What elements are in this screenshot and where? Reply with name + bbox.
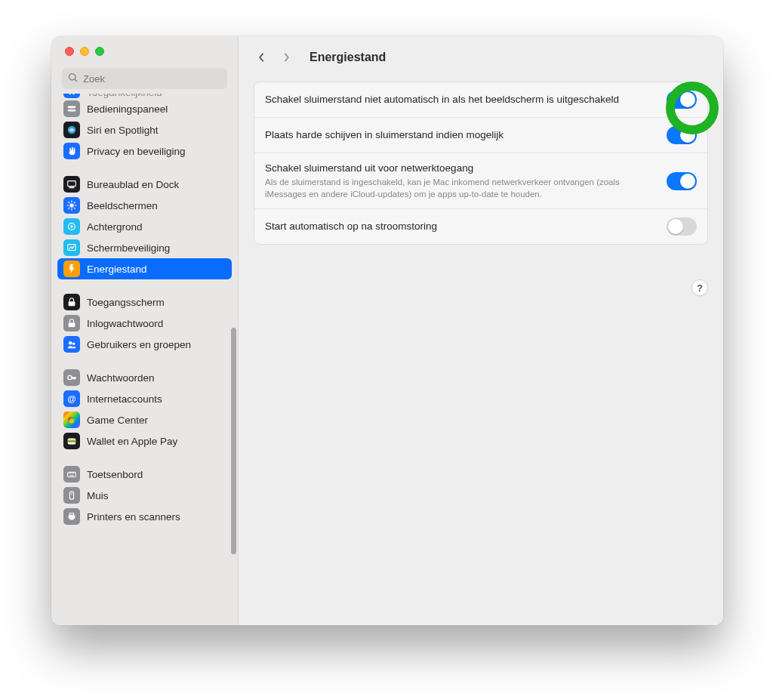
sidebar-item-achtergrond[interactable]: Achtergrond [57,216,232,237]
sidebar-item-schermbeveiliging[interactable]: Schermbeveiliging [57,237,232,258]
setting-toggle[interactable] [667,126,697,144]
sidebar-item-game-center[interactable]: Game Center [57,409,232,430]
sidebar-item-toegangsscherm[interactable]: Toegangsscherm [57,291,232,313]
svg-point-18 [69,419,74,424]
sidebar-item-label: Wachtwoorden [87,372,155,384]
svg-rect-10 [69,301,75,306]
svg-rect-11 [69,322,75,327]
displays-icon [63,197,80,214]
setting-title: Plaats harde schijven in sluimerstand in… [265,128,656,142]
page-title: Energiestand [310,51,386,64]
sidebar-item-beeldschermen[interactable]: Beeldschermen [57,195,232,216]
setting-toggle[interactable] [667,217,697,236]
sidebar-item-bedieningspaneel[interactable]: Bedieningspaneel [57,98,232,119]
dock-icon [63,176,80,193]
sidebar-item-wachtwoorden[interactable]: Wachtwoorden [57,367,232,388]
sidebar-item-label: Siri en Spotlight [87,125,159,136]
svg-rect-22 [68,472,76,476]
sidebar-scrollbar-thumb[interactable] [231,328,236,554]
sidebar-item-label: Energiestand [87,264,147,275]
printer-icon [63,508,80,525]
keyboard-icon [63,466,80,483]
sidebar-item-bureaublad-en-dock[interactable]: Bureaublad en Dock [57,174,232,195]
svg-point-8 [70,225,73,228]
svg-rect-4 [68,181,76,187]
accessibility-icon [63,94,80,98]
setting-row: Plaats harde schijven in sluimerstand in… [254,118,707,153]
svg-rect-1 [68,106,76,109]
svg-rect-20 [68,439,76,441]
search-icon [68,72,79,85]
back-button[interactable] [251,47,272,68]
sidebar-item-internetaccounts[interactable]: @Internetaccounts [57,388,232,409]
svg-rect-26 [69,513,73,516]
forward-button[interactable] [276,47,297,68]
key-icon [63,369,80,386]
control-center-icon [63,100,80,117]
sidebar-item-label: Internetaccounts [87,393,162,405]
gamecenter-icon [63,412,80,428]
sidebar-item-label: Toegangsscherm [87,297,165,308]
sidebar-item-label: Printers en scanners [87,511,180,523]
setting-description: Als de sluimerstand is ingeschakeld, kan… [265,177,627,200]
sidebar-item-privacy-en-beveiliging[interactable]: Privacy en beveiliging [57,140,232,162]
sidebar-item-label: Beeldschermen [87,200,158,211]
sidebar-item-label: Gebruikers en groepen [87,339,191,350]
svg-rect-21 [68,441,76,443]
svg-point-14 [68,375,72,379]
mouse-icon [63,487,80,504]
svg-text:@: @ [67,394,75,403]
svg-rect-27 [69,518,73,520]
svg-point-6 [69,203,73,207]
users-icon [63,336,80,353]
main-content: Energiestand Schakel sluimerstand niet a… [239,36,723,625]
screensaver-icon [63,239,80,256]
sidebar-item-inlogwachtwoord[interactable]: Inlogwachtwoord [57,313,232,334]
setting-title: Start automatisch op na stroomstoring [265,220,656,233]
sidebar-item-label: Muis [87,490,109,501]
sidebar-scroll-area[interactable]: ToegankelijkheidBedieningspaneelSiri en … [51,94,238,625]
setting-row: Start automatisch op na stroomstoring [254,209,707,244]
close-window-button[interactable] [65,47,74,56]
sidebar: ToegankelijkheidBedieningspaneelSiri en … [51,36,239,625]
settings-panel: Schakel sluimerstand niet automatisch in… [254,82,708,245]
svg-point-13 [72,342,75,345]
minimize-window-button[interactable] [80,47,89,56]
setting-toggle[interactable] [667,91,697,109]
sidebar-item-wallet-en-apple-pay[interactable]: Wallet en Apple Pay [57,430,232,452]
setting-row: Schakel sluimerstand niet automatisch in… [254,82,707,118]
help-button[interactable]: ? [691,279,708,296]
lock-icon [63,315,80,331]
sidebar-item-label: Bureaublad en Dock [87,179,179,190]
search-input[interactable] [83,73,221,85]
svg-rect-5 [69,187,75,189]
at-icon: @ [63,390,80,407]
sidebar-item-label: Achtergrond [87,221,143,233]
lockscreen-icon [63,294,80,310]
wallpaper-icon [63,218,80,235]
system-settings-window: ToegankelijkheidBedieningspaneelSiri en … [51,36,723,625]
svg-rect-2 [68,109,76,112]
sidebar-item-toetsenbord[interactable]: Toetsenbord [57,464,232,485]
setting-title: Schakel sluimerstand niet automatisch in… [265,93,656,106]
sidebar-item-muis[interactable]: Muis [57,485,232,506]
search-field[interactable] [62,68,227,89]
svg-rect-23 [69,492,73,500]
wallet-icon [63,433,80,449]
sidebar-item-siri-en-spotlight[interactable]: Siri en Spotlight [57,119,232,140]
sidebar-item-gebruikers-en-groepen[interactable]: Gebruikers en groepen [57,334,232,355]
zoom-window-button[interactable] [95,47,104,56]
setting-toggle[interactable] [667,172,697,190]
sidebar-item-label: Wallet en Apple Pay [87,436,177,447]
svg-point-12 [69,341,72,344]
sidebar-item-label: Privacy en beveiliging [87,146,186,157]
sidebar-item-label: Schermbeveiliging [87,242,170,254]
sidebar-item-label: Bedieningspaneel [87,103,168,115]
siri-icon [63,122,80,138]
sidebar-item-label: Toetsenbord [87,469,143,480]
window-controls [51,36,238,63]
setting-title: Schakel sluimerstand uit voor netwerktoe… [265,162,656,175]
sidebar-item-printers-en-scanners[interactable]: Printers en scanners [57,506,232,527]
sidebar-item-energiestand[interactable]: Energiestand [57,258,232,279]
sidebar-item-label: Toegankelijkheid [87,94,162,98]
